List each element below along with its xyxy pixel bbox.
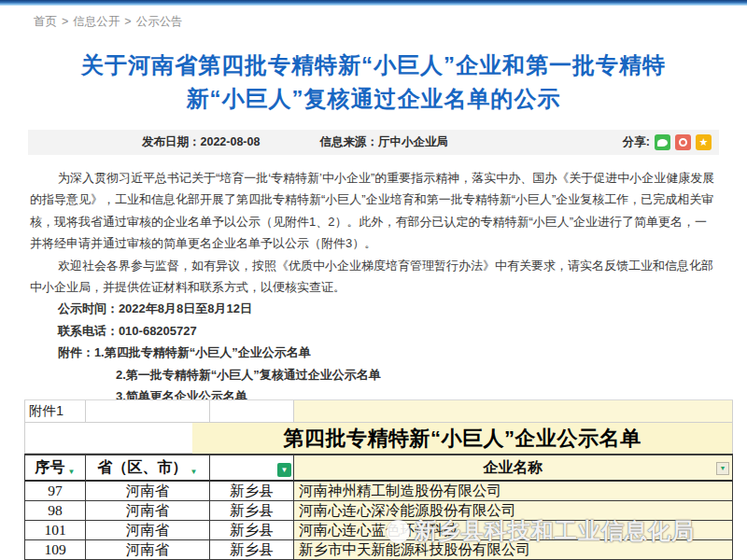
table-row: 101 河南省 新乡县 河南心连心蓝色环保科技 bbox=[25, 521, 733, 540]
cell-seq: 98 bbox=[25, 501, 86, 521]
header-company: 企业名称 ▼ bbox=[294, 455, 733, 482]
article-meta-bar: 发布日期：2022-08-08 信息来源：厅中小企业局 分享: ★ bbox=[28, 130, 719, 155]
wechat-bubble-glyph bbox=[657, 139, 668, 147]
article-body: 为深入贯彻习近平总书记关于“培育一批‘专精特新’中小企业”的重要指示精神，落实中… bbox=[28, 167, 719, 439]
header-company-label: 企业名称 bbox=[484, 458, 543, 478]
page-title-line1: 关于河南省第四批专精特新“小巨人”企业和第一批专精特 bbox=[81, 52, 666, 77]
table-title: 第四批专精特新“小巨人”企业公示名单 bbox=[192, 423, 733, 454]
cell-province: 河南省 bbox=[86, 482, 210, 501]
favorite-star-icon[interactable]: ★ bbox=[696, 134, 712, 150]
cell-province: 河南省 bbox=[86, 501, 210, 521]
empty-cell bbox=[209, 400, 293, 423]
cell-company: 河南神州精工制造股份有限公司 bbox=[294, 482, 733, 501]
filter-dropdown-icon: ▼ bbox=[716, 462, 729, 475]
cell-county: 新乡县 bbox=[210, 540, 294, 560]
cell-company: 新乡市中天新能源科技股份有限公司 bbox=[294, 540, 733, 560]
wechat-share-icon[interactable] bbox=[655, 134, 670, 150]
header-province: 省（区、市） ▼ bbox=[86, 455, 210, 482]
table-row: 109 河南省 新乡县 新乡市中天新能源科技股份有限公司 bbox=[25, 540, 733, 560]
publish-date: 发布日期：2022-08-08 bbox=[142, 134, 260, 150]
filter-dropdown-icon: ▼ bbox=[190, 468, 198, 476]
breadcrumb-separator: > bbox=[62, 15, 68, 28]
contact-phone: 联系电话：010-68205727 bbox=[30, 320, 717, 342]
weibo-eye-glyph bbox=[679, 138, 687, 147]
filter-dropdown-icon: ▼ bbox=[68, 468, 76, 476]
page-title: 关于河南省第四批专精特新“小巨人”企业和第一批专精特 新“小巨人”复核通过企业名… bbox=[35, 49, 712, 116]
cell-company: 河南心连心蓝色环保科技 bbox=[294, 521, 733, 540]
share-label: 分享: bbox=[623, 134, 650, 150]
breadcrumb-announcements-link[interactable]: 公示公告 bbox=[136, 15, 183, 28]
cell-seq: 97 bbox=[25, 482, 86, 501]
embedded-spreadsheet-image: 附件1 第四批专精特新“小巨人”企业公示名单 序号 ▼ 省（区、市） ▼ ▼ 企… bbox=[24, 399, 733, 560]
attachment-number-cell: 附件1 bbox=[24, 400, 85, 423]
attachment-item-1: 1.第四批专精特新“小巨人”企业公示名单 bbox=[94, 345, 311, 359]
header-county: ▼ bbox=[210, 455, 294, 482]
empty-highlight-cell bbox=[293, 400, 733, 423]
cell-county: 新乡县 bbox=[210, 521, 294, 540]
breadcrumb: 首页>信息公开>公示公告 bbox=[34, 14, 183, 30]
publicity-time: 公示时间：2022年8月8日至8月12日 bbox=[30, 298, 717, 319]
active-filter-funnel-icon: ▼ bbox=[277, 463, 291, 477]
cell-province: 河南省 bbox=[86, 540, 210, 560]
table-grid: 序号 ▼ 省（区、市） ▼ ▼ 企业名称 ▼ 97 河南省 新乡县 河南神州精工… bbox=[24, 454, 733, 560]
table-header-row: 序号 ▼ 省（区、市） ▼ ▼ 企业名称 ▼ bbox=[25, 455, 733, 482]
attachment-label: 附件： bbox=[58, 345, 94, 359]
breadcrumb-home-link[interactable]: 首页 bbox=[34, 15, 57, 28]
empty-cell bbox=[85, 400, 209, 423]
star-glyph: ★ bbox=[699, 137, 709, 147]
attachment-list-line1: 附件：1.第四批专精特新“小巨人”企业公示名单 bbox=[30, 342, 717, 363]
header-province-label: 省（区、市） bbox=[98, 458, 188, 478]
attachment-item-2: 2.第一批专精特新“小巨人”复核通过企业公示名单 bbox=[116, 364, 717, 385]
cell-seq: 109 bbox=[25, 540, 86, 560]
site-header-bottom-edge bbox=[0, 0, 747, 6]
table-title-row: 第四批专精特新“小巨人”企业公示名单 bbox=[24, 423, 733, 454]
share-bar: 分享: ★ bbox=[623, 134, 712, 150]
breadcrumb-info-disclosure-link[interactable]: 信息公开 bbox=[73, 15, 120, 28]
table-row: 97 河南省 新乡县 河南神州精工制造股份有限公司 bbox=[25, 482, 733, 501]
paragraph-intro: 为深入贯彻习近平总书记关于“培育一批‘专精特新’中小企业”的重要指示精神，落实中… bbox=[30, 167, 717, 255]
breadcrumb-separator: > bbox=[124, 15, 131, 28]
info-source: 信息来源：厅中小企业局 bbox=[319, 134, 448, 150]
paragraph-supervision: 欢迎社会各界参与监督，如有异议，按照《优质中小企业梯度培育管理暂行办法》中有关要… bbox=[30, 255, 717, 299]
cell-county: 新乡县 bbox=[210, 501, 294, 521]
cell-seq: 101 bbox=[25, 521, 86, 540]
table-row: 98 河南省 新乡县 河南心连心深冷能源股份有限公司 bbox=[25, 501, 733, 521]
attachment-number-row: 附件1 bbox=[24, 399, 733, 423]
cell-company: 河南心连心深冷能源股份有限公司 bbox=[294, 501, 733, 521]
title-row-left-cell bbox=[24, 423, 192, 454]
header-seq: 序号 ▼ bbox=[25, 455, 86, 482]
weibo-share-icon[interactable] bbox=[675, 134, 691, 150]
cell-province: 河南省 bbox=[86, 521, 210, 540]
article-content: 关于河南省第四批专精特新“小巨人”企业和第一批专精特 新“小巨人”复核通过企业名… bbox=[28, 39, 719, 439]
cell-county: 新乡县 bbox=[210, 482, 294, 501]
header-seq-label: 序号 bbox=[35, 458, 65, 478]
page-title-line2: 新“小巨人”复核通过企业名单的公示 bbox=[187, 86, 561, 111]
